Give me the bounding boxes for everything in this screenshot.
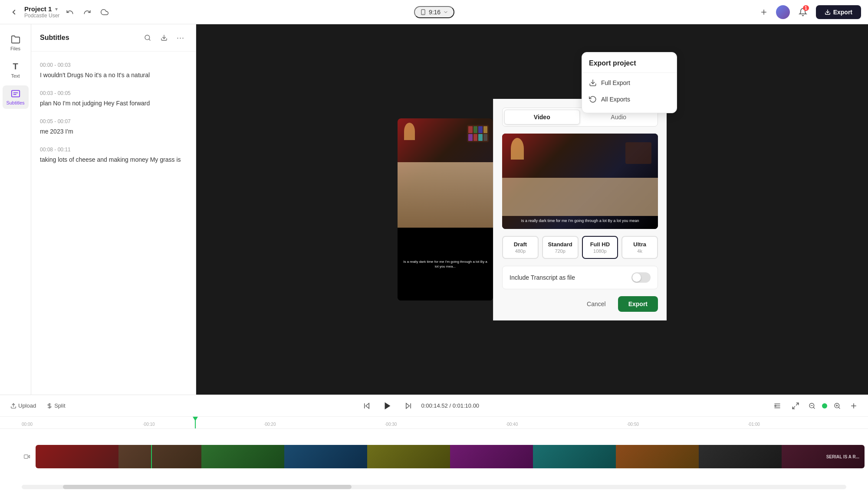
split-button[interactable]: Split <box>43 401 69 411</box>
user-avatar[interactable] <box>776 5 790 19</box>
export-actions: Cancel Export <box>502 296 658 312</box>
subtitles-actions: ··· <box>141 31 187 44</box>
svg-line-9 <box>149 39 150 40</box>
clip-thumb-7 <box>533 445 616 468</box>
notifications-button[interactable]: 1 <box>795 4 811 20</box>
project-dropdown-icon: ▾ <box>55 6 58 12</box>
zoom-in-button[interactable] <box>832 400 843 412</box>
redo-button[interactable] <box>80 5 94 19</box>
full-export-option[interactable]: Full Export <box>582 75 677 91</box>
add-button[interactable] <box>757 5 771 19</box>
playhead-ruler-line <box>195 417 196 428</box>
subtitle-time-0: 00:00 - 00:03 <box>40 62 187 68</box>
export-preview-subtitle-text: Is a really dark time for me I'm going t… <box>516 218 644 224</box>
track-type-icon <box>22 454 32 460</box>
toggle-knob <box>632 273 641 282</box>
tab-video[interactable]: Video <box>504 110 580 124</box>
expand-button[interactable] <box>788 399 803 413</box>
video-track-clip[interactable]: SERIAL IS A R... <box>36 445 865 468</box>
sidebar-item-subtitles[interactable]: Subtitles <box>3 85 29 109</box>
settings-button[interactable] <box>770 399 785 413</box>
quality-draft-res: 480p <box>506 248 535 254</box>
subtitle-entry-3[interactable]: 00:08 - 00:11 taking lots of cheese and … <box>31 141 196 170</box>
timeline-center-controls: 0:00:14.52 / 0:01:10.00 <box>359 398 479 414</box>
subtitles-panel: Subtitles ··· 00:00 - 00:03 I wouldn't D… <box>31 24 196 395</box>
subtitles-header: Subtitles ··· <box>31 24 196 52</box>
timeline-scrollbar[interactable] <box>22 485 846 489</box>
subtitle-text-3: taking lots of cheese and making money M… <box>40 155 187 164</box>
zoom-controls <box>806 400 843 412</box>
cancel-button[interactable]: Cancel <box>580 297 613 311</box>
subtitle-text-1: plan No I'm not judging Hey Fast forward <box>40 99 187 108</box>
fast-forward-button[interactable] <box>401 399 416 413</box>
export-button[interactable]: Export <box>816 5 861 19</box>
split-label: Split <box>54 402 65 409</box>
export-preview-bg: Is a really dark time for me I'm going t… <box>502 134 658 229</box>
quality-fullhd[interactable]: Full HD 1080p <box>582 236 618 259</box>
timeline-controls: Upload Split 0:00:14.52 / 0:01:10.00 <box>0 395 868 417</box>
quality-ultra[interactable]: Ultra 4k <box>621 236 658 259</box>
play-icon <box>383 401 392 411</box>
subtitle-entry-0[interactable]: 00:00 - 00:03 I wouldn't Drugs No it's a… <box>31 57 196 85</box>
right-export-panel: Video Audio Is a really dark time for me… <box>493 99 667 320</box>
device-size-button[interactable]: 9:16 <box>414 6 454 18</box>
download-subtitles-button[interactable] <box>158 31 171 44</box>
quality-draft[interactable]: Draft 480p <box>502 236 539 259</box>
device-size-label: 9:16 <box>429 9 441 16</box>
subtitle-entry-2[interactable]: 00:05 - 00:07 me 2023 I'm <box>31 113 196 141</box>
all-exports-label: All Exports <box>601 96 630 103</box>
upload-button[interactable]: Upload <box>7 401 39 411</box>
clip-thumb-3 <box>201 445 284 468</box>
clip-thumb-8 <box>616 445 699 468</box>
transcript-toggle[interactable] <box>631 272 651 283</box>
svg-marker-16 <box>385 402 391 409</box>
subtitle-entry-1[interactable]: 00:03 - 00:05 plan No I'm not judging He… <box>31 85 196 113</box>
subtitles-icon <box>11 89 20 98</box>
sidebar-item-files[interactable]: Files <box>3 31 29 55</box>
scrollbar-thumb[interactable] <box>63 485 352 489</box>
export-dropdown-title: Export project <box>582 58 677 73</box>
topbar-right: 1 Export <box>757 4 861 20</box>
sidebar-item-text[interactable]: T Text <box>3 58 29 82</box>
main-area: Files T Text Subtitles Subtitles ··· <box>0 24 868 395</box>
all-exports-icon <box>589 95 597 103</box>
search-subtitles-button[interactable] <box>141 31 154 44</box>
more-options-button[interactable]: ··· <box>174 31 187 44</box>
export-preview-thumbnail: Is a really dark time for me I'm going t… <box>502 134 658 229</box>
subtitle-text-0: I wouldn't Drugs No it's a no It's a nat… <box>40 71 187 80</box>
undo-button[interactable] <box>63 5 77 19</box>
expand-icon <box>792 402 799 410</box>
subtitles-list: 00:00 - 00:03 I wouldn't Drugs No it's a… <box>31 52 196 395</box>
quality-draft-name: Draft <box>506 241 535 248</box>
play-button[interactable] <box>379 398 396 414</box>
svg-line-26 <box>813 407 815 408</box>
quality-fullhd-name: Full HD <box>585 241 615 248</box>
subtitle-text-2: me 2023 I'm <box>40 127 187 136</box>
quality-standard-res: 720p <box>546 248 575 254</box>
quality-standard[interactable]: Standard 720p <box>542 236 579 259</box>
upload-label: Upload <box>18 402 36 409</box>
include-transcript-row: Include Transcript as file <box>502 266 658 289</box>
upload-icon <box>10 403 16 409</box>
svg-rect-5 <box>11 91 19 97</box>
all-exports-option[interactable]: All Exports <box>582 91 677 108</box>
svg-point-22 <box>775 405 776 406</box>
rewind-button[interactable] <box>359 399 374 413</box>
svg-marker-17 <box>406 403 410 408</box>
full-export-label: Full Export <box>601 79 630 86</box>
export-final-button[interactable]: Export <box>618 296 658 312</box>
track-row: SERIAL IS A R... <box>22 445 865 468</box>
export-dropdown: Export project Full Export All Exports <box>582 52 677 113</box>
clip-thumb-1 <box>36 445 118 468</box>
add-track-button[interactable] <box>846 399 861 413</box>
include-transcript-label: Include Transcript as file <box>510 274 575 281</box>
video-subtitle-text: Is a really dark time for me I'm going t… <box>401 259 490 269</box>
project-info: Project 1 ▾ Podcastle User <box>24 5 59 19</box>
ruler-mark-6: ·01:00 <box>748 422 760 427</box>
cloud-button[interactable] <box>98 5 112 19</box>
zoom-out-button[interactable] <box>806 400 818 412</box>
back-button[interactable] <box>7 5 21 19</box>
video-background <box>398 118 493 228</box>
search-icon <box>144 34 151 41</box>
zoom-in-icon <box>834 402 841 409</box>
